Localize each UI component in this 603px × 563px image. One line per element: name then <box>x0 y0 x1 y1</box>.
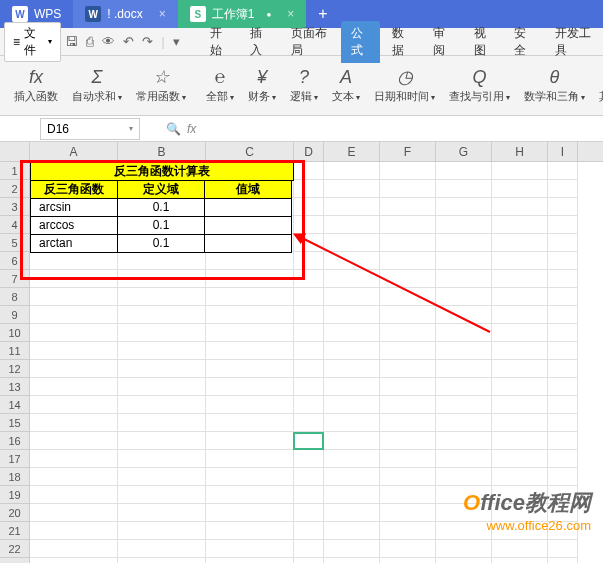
cell[interactable] <box>118 468 206 486</box>
cell[interactable] <box>294 360 324 378</box>
cell[interactable] <box>294 306 324 324</box>
cell[interactable] <box>294 216 324 234</box>
col-header[interactable]: I <box>548 142 578 161</box>
col-header[interactable]: G <box>436 142 492 161</box>
cell[interactable] <box>548 432 578 450</box>
cell[interactable] <box>380 360 436 378</box>
chevron-down-icon[interactable]: ▾ <box>129 124 133 133</box>
row-header[interactable]: 17 <box>0 450 30 468</box>
cell[interactable] <box>380 522 436 540</box>
cell[interactable] <box>206 450 294 468</box>
cell[interactable] <box>294 180 324 198</box>
cell[interactable] <box>324 342 380 360</box>
cell[interactable] <box>294 342 324 360</box>
table-cell[interactable] <box>204 216 292 235</box>
row-header[interactable]: 7 <box>0 270 30 288</box>
cell[interactable] <box>380 288 436 306</box>
cell[interactable] <box>324 180 380 198</box>
tab-view[interactable]: 视图 <box>464 21 503 63</box>
cell[interactable] <box>118 522 206 540</box>
cell[interactable] <box>118 558 206 563</box>
cell[interactable] <box>324 468 380 486</box>
select-all-corner[interactable] <box>0 142 30 161</box>
cell[interactable] <box>548 450 578 468</box>
preview-icon[interactable]: 👁 <box>102 34 115 49</box>
cell[interactable] <box>206 270 294 288</box>
cell[interactable] <box>30 324 118 342</box>
cell[interactable] <box>324 558 380 563</box>
cell[interactable] <box>294 522 324 540</box>
row-header[interactable]: 1 <box>0 162 30 180</box>
cell[interactable] <box>206 324 294 342</box>
cell[interactable] <box>492 306 548 324</box>
cell[interactable] <box>294 270 324 288</box>
row-header[interactable]: 15 <box>0 414 30 432</box>
cell[interactable] <box>30 522 118 540</box>
cell[interactable] <box>118 414 206 432</box>
cell[interactable] <box>294 558 324 563</box>
col-header[interactable]: C <box>206 142 294 161</box>
cell[interactable] <box>492 540 548 558</box>
cell[interactable] <box>30 450 118 468</box>
app-tab-docx[interactable]: W ! .docx × <box>73 0 177 28</box>
cell[interactable] <box>548 342 578 360</box>
row-header[interactable]: 22 <box>0 540 30 558</box>
other-func-button[interactable]: ⋯ 其他函数▾ <box>593 65 603 106</box>
table-header[interactable]: 定义域 <box>117 180 205 199</box>
cell[interactable] <box>548 234 578 252</box>
tab-start[interactable]: 开始 <box>200 21 239 63</box>
cell[interactable] <box>324 450 380 468</box>
cell[interactable] <box>436 450 492 468</box>
cell[interactable] <box>548 540 578 558</box>
cell[interactable] <box>324 360 380 378</box>
cell[interactable] <box>324 270 380 288</box>
cell[interactable] <box>294 486 324 504</box>
cell[interactable] <box>548 414 578 432</box>
tab-layout[interactable]: 页面布局 <box>281 21 339 63</box>
row-header[interactable]: 14 <box>0 396 30 414</box>
cell[interactable] <box>436 414 492 432</box>
cell[interactable] <box>294 162 324 180</box>
cell[interactable] <box>118 486 206 504</box>
cell[interactable] <box>118 306 206 324</box>
cell[interactable] <box>492 396 548 414</box>
cell[interactable] <box>380 486 436 504</box>
cell[interactable] <box>118 540 206 558</box>
text-button[interactable]: A 文本▾ <box>326 65 366 106</box>
cell[interactable] <box>324 414 380 432</box>
row-header[interactable]: 13 <box>0 378 30 396</box>
row-header[interactable]: 20 <box>0 504 30 522</box>
lookup-button[interactable]: Q 查找与引用▾ <box>443 65 516 106</box>
cell[interactable] <box>118 252 206 270</box>
cell[interactable] <box>294 450 324 468</box>
cell[interactable] <box>118 324 206 342</box>
cell[interactable] <box>30 288 118 306</box>
cell[interactable] <box>324 252 380 270</box>
cell[interactable] <box>324 198 380 216</box>
customize-dropdown-icon[interactable]: ▾ <box>173 34 180 49</box>
cell[interactable] <box>548 324 578 342</box>
cell[interactable] <box>492 198 548 216</box>
cell[interactable] <box>30 378 118 396</box>
cell[interactable] <box>492 558 548 563</box>
cell[interactable] <box>30 540 118 558</box>
cell[interactable] <box>118 360 206 378</box>
cell[interactable] <box>206 468 294 486</box>
cell[interactable] <box>30 360 118 378</box>
cell[interactable] <box>324 378 380 396</box>
row-header[interactable]: 4 <box>0 216 30 234</box>
cell[interactable] <box>206 414 294 432</box>
name-box[interactable]: D16 ▾ <box>40 118 140 140</box>
cell[interactable] <box>380 468 436 486</box>
cell[interactable] <box>380 306 436 324</box>
cell[interactable] <box>118 396 206 414</box>
cell[interactable] <box>206 504 294 522</box>
cell[interactable] <box>206 432 294 450</box>
row-header[interactable]: 9 <box>0 306 30 324</box>
tab-security[interactable]: 安全 <box>504 21 543 63</box>
cell[interactable] <box>324 432 380 450</box>
cell[interactable] <box>206 360 294 378</box>
cell[interactable] <box>548 558 578 563</box>
cell[interactable] <box>380 180 436 198</box>
all-func-button[interactable]: ℮ 全部▾ <box>200 65 240 106</box>
